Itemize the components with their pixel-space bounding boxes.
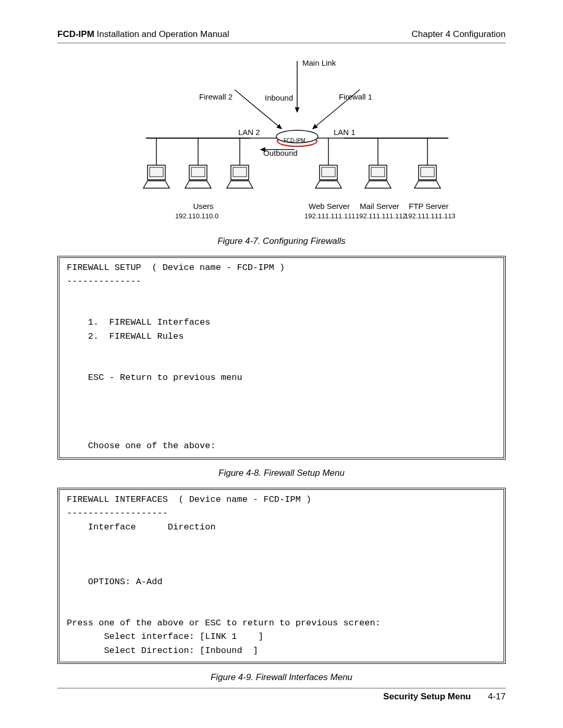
term1-item1: 1. FIREWALL Interfaces (88, 317, 211, 327)
label-firewall1: Firewall 1 (339, 92, 372, 101)
term2-sel-dir-close: ] (253, 646, 258, 656)
ip-users: 192.110.110.0 (175, 212, 218, 220)
term2-sel-if-value[interactable]: LINK 1 (205, 632, 258, 641)
term2-press: Press one of the above or ESC to return … (67, 618, 381, 628)
term2-sel-if-close: ] (258, 632, 263, 641)
label-mail-server: Mail Server (360, 202, 399, 211)
footer-page: 4-17 (488, 692, 506, 701)
label-outbound: Outbound (263, 149, 298, 157)
label-main-link: Main Link (302, 58, 336, 67)
caption-fig9: Figure 4-9. Firewall Interfaces Menu (57, 672, 506, 683)
term2-divider: ------------------- (67, 508, 168, 518)
svg-rect-27 (421, 167, 434, 177)
term1-prompt: Choose one of the above: (88, 441, 216, 451)
term2-sel-dir-value[interactable]: Inbound (205, 646, 253, 656)
term1-item2: 2. FIREWALL Rules (88, 331, 184, 341)
ip-ftp: 192.111.111.113 (405, 212, 456, 220)
label-users: Users (188, 202, 219, 211)
label-firewall2: Firewall 2 (199, 92, 232, 101)
svg-rect-21 (233, 167, 247, 177)
label-web-server: Web Server (309, 202, 350, 211)
page-footer: Security Setup Menu 4-17 (57, 688, 506, 702)
label-lan1: LAN 1 (334, 128, 356, 137)
term1-title: FIREWALL SETUP ( Device name - FCD-IPM ) (67, 263, 285, 273)
caption-fig7: Figure 4-7. Configuring Firewalls (57, 236, 506, 246)
svg-rect-23 (322, 167, 335, 177)
label-lan2: LAN 2 (238, 128, 260, 137)
label-inbound: Inbound (265, 93, 293, 102)
label-device: FCD-IPM (284, 138, 305, 143)
product-name: FCD-IPM (57, 29, 94, 39)
term1-divider: -------------- (67, 276, 141, 286)
footer-section: Security Setup Menu (383, 692, 471, 701)
doc-subtitle: Installation and Operation Manual (97, 29, 229, 39)
chapter-label: Chapter 4 Configuration (411, 29, 506, 40)
firewall-diagram: Main Link Firewall 1 Firewall 2 Inbound … (89, 56, 474, 233)
term1-esc: ESC - Return to previous menu (88, 373, 242, 382)
doc-title: FCD-IPM Installation and Operation Manua… (57, 29, 229, 40)
term2-options: OPTIONS: A-Add (88, 577, 163, 587)
term2-sel-if-label: Select interface: [ (104, 632, 205, 641)
caption-fig8: Figure 4-8. Firewall Setup Menu (57, 468, 506, 478)
svg-rect-19 (191, 167, 205, 177)
label-ftp-server: FTP Server (409, 202, 448, 211)
ip-mail: 192.111.111.112 (356, 212, 407, 220)
firewall-interfaces-menu: FIREWALL INTERFACES ( Device name - FCD-… (57, 488, 506, 664)
svg-rect-17 (150, 167, 163, 177)
firewall-setup-menu: FIREWALL SETUP ( Device name - FCD-IPM )… (57, 256, 506, 460)
term2-cols: Interface Direction (88, 522, 216, 532)
svg-rect-25 (371, 167, 385, 177)
ip-web: 192.111.111.111 (304, 212, 356, 220)
page-header: FCD-IPM Installation and Operation Manua… (57, 29, 506, 43)
term2-sel-dir-label: Select Direction: [ (104, 646, 205, 656)
term2-title: FIREWALL INTERFACES ( Device name - FCD-… (67, 495, 311, 504)
